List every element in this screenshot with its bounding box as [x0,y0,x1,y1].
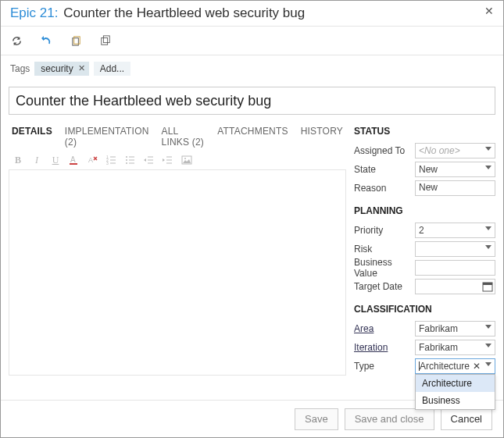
svg-rect-16 [483,283,492,285]
reason-label: Reason [354,183,415,194]
svg-point-12 [126,162,127,164]
epic-id: Epic 21: [10,5,58,21]
outdent-icon[interactable] [143,154,155,166]
chevron-down-icon [485,344,491,347]
svg-rect-2 [102,38,108,45]
tab-implementation[interactable]: IMPLEMENTATION (2) [65,126,149,148]
italic-icon[interactable]: I [30,154,43,166]
tab-attachments[interactable]: ATTACHMENTS [217,126,288,148]
indent-icon[interactable] [162,154,174,166]
risk-label: Risk [354,244,415,255]
type-option[interactable]: Business [416,392,495,409]
ordered-list-icon[interactable]: 123 [105,154,118,166]
tag-chip-label: security [41,63,73,74]
chevron-down-icon [485,362,491,366]
state-label: State [354,164,415,175]
work-item-dialog: ✕ Epic 21: Counter the Heartbleed web se… [0,0,504,438]
toolbar [1,27,503,55]
chevron-down-icon [485,147,491,151]
svg-rect-5 [70,163,77,165]
tab-details[interactable]: DETAILS [12,126,52,148]
copy-template-icon[interactable] [70,34,82,47]
chevron-down-icon [485,325,491,329]
title-field [9,87,495,115]
target-date-label: Target Date [354,281,415,292]
tag-remove-icon[interactable]: ✕ [78,63,85,73]
state-dropdown[interactable]: New [415,162,495,177]
save-button[interactable]: Save [295,408,338,430]
business-value-label: Business Value [354,257,415,279]
svg-text:3: 3 [106,161,109,166]
richtext-toolbar: B I U A A 123 [9,152,346,169]
save-and-close-button[interactable]: Save and close [345,408,434,430]
tab-all-links[interactable]: ALL LINKS (2) [162,126,206,148]
chevron-down-icon [485,226,491,230]
titlebar: Epic 21: Counter the Heartbleed web secu… [1,1,503,26]
clear-icon[interactable]: ✕ [473,361,481,372]
image-icon[interactable] [181,154,193,166]
tabs: DETAILS IMPLEMENTATION (2) ALL LINKS (2)… [9,121,346,152]
assigned-to-dropdown[interactable]: <No one> [415,143,495,158]
type-label: Type [354,361,415,372]
svg-text:A: A [70,155,76,164]
tags-row: Tags security ✕ Add... [1,55,503,84]
close-icon[interactable]: ✕ [484,5,494,16]
type-option[interactable]: Architecture [416,375,495,392]
priority-label: Priority [354,225,415,236]
details-pane: DETAILS IMPLEMENTATION (2) ALL LINKS (2)… [9,121,346,376]
page-title: Counter the Heartbleed web security bug [59,5,305,21]
reason-field[interactable]: New [415,180,495,196]
svg-text:A: A [88,156,93,164]
unordered-list-icon[interactable] [124,154,137,166]
side-panel: STATUS Assigned To <No one> State New Re… [351,121,495,376]
type-combobox[interactable]: Architecture ✕ [415,358,495,374]
tag-chip[interactable]: security ✕ [34,62,88,76]
assigned-to-label: Assigned To [354,145,415,156]
clear-format-icon[interactable]: A [87,154,99,166]
svg-point-14 [184,158,186,159]
bold-icon[interactable]: B [12,154,24,166]
section-planning: PLANNING [354,205,495,221]
chevron-down-icon [485,166,491,169]
risk-dropdown[interactable] [415,241,495,257]
calendar-icon[interactable] [482,281,493,292]
section-classification: CLASSIFICATION [354,304,495,319]
title-input[interactable] [9,87,495,115]
iteration-label[interactable]: Iteration [354,342,415,353]
svg-point-10 [126,156,127,158]
target-date-field[interactable] [415,279,495,294]
svg-rect-3 [103,36,109,43]
business-value-field[interactable] [415,260,495,276]
priority-dropdown[interactable]: 2 [415,223,495,238]
description-editor[interactable] [9,169,346,376]
underline-icon[interactable]: U [49,154,62,166]
tab-history[interactable]: HISTORY [301,126,343,148]
svg-point-11 [126,159,127,161]
font-color-icon[interactable]: A [68,154,80,166]
type-dropdown-list: Architecture Business [415,374,495,410]
tag-add-button[interactable]: Add... [94,62,130,76]
area-label[interactable]: Area [354,323,415,334]
section-status: STATUS [354,126,495,141]
area-dropdown[interactable]: Fabrikam [415,321,495,337]
undo-icon[interactable] [40,34,52,47]
chevron-down-icon [485,245,491,249]
copy-icon[interactable] [99,34,112,47]
refresh-icon[interactable] [10,34,23,47]
tags-label: Tags [10,63,30,74]
cancel-button[interactable]: Cancel [441,408,492,430]
iteration-dropdown[interactable]: Fabrikam [415,340,495,355]
